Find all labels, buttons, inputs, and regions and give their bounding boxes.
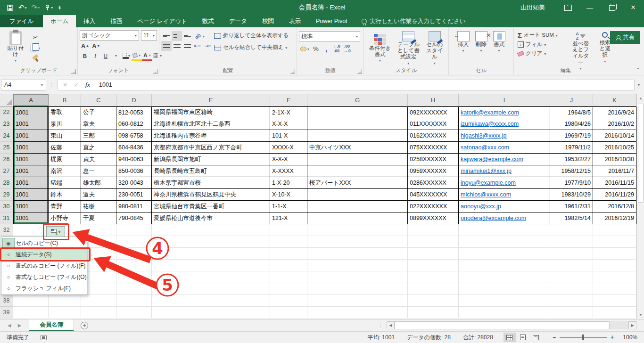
normal-view-icon[interactable] [504, 333, 516, 342]
cell-D25[interactable]: 604-8436 [116, 142, 152, 154]
cell-C38[interactable] [81, 295, 116, 307]
cell-E23[interactable]: 北海道札幌市北区北十二条西 [152, 118, 270, 130]
font-size-combo[interactable]: 11▾ [141, 30, 157, 41]
cell-H39[interactable] [408, 307, 459, 318]
cell-D32[interactable] [116, 224, 152, 236]
increase-decimal-icon[interactable]: ←.0.00 [331, 44, 342, 54]
cell-J31[interactable]: 1982/5/14 [550, 212, 593, 224]
minimize-button[interactable]: — [579, 0, 601, 15]
format-as-table-button[interactable]: テーブルとして書式設定 ▾ [394, 29, 422, 67]
ribbon-tab-3[interactable]: 描画 [103, 15, 130, 27]
wrap-text-button[interactable]: 折り返して全体を表示する [212, 31, 295, 40]
cell-J34[interactable] [550, 248, 593, 260]
cell-A22[interactable]: 1001 [13, 106, 49, 118]
cell-H37[interactable] [408, 283, 459, 295]
cell-G39[interactable] [307, 307, 408, 318]
scroll-right-icon[interactable]: ▶ [628, 321, 636, 329]
cell-D31[interactable]: 790-0845 [116, 212, 152, 224]
cell-E35[interactable] [152, 260, 270, 271]
cell-C28[interactable]: 雄太郎 [81, 177, 116, 189]
row-header-28[interactable]: 28 [0, 177, 13, 189]
cell-I38[interactable] [459, 295, 550, 307]
cell-G27[interactable] [307, 165, 408, 177]
grow-font-button[interactable]: A▲ [80, 41, 91, 51]
ribbon-tab-5[interactable]: 数式 [195, 15, 222, 27]
cell-D24[interactable]: 098-6758 [116, 130, 152, 142]
cell-G35[interactable] [307, 260, 408, 271]
cell-I28[interactable]: inoyu@example.com [459, 177, 550, 189]
align-right-icon[interactable] [182, 41, 192, 51]
cell-F32[interactable] [270, 224, 307, 236]
cell-C30[interactable]: 祐樹 [81, 201, 116, 212]
cell-G34[interactable] [307, 248, 408, 260]
scroll-up-icon[interactable]: ▲ [637, 94, 644, 102]
cell-H29[interactable]: 045XXXXXXX [408, 189, 459, 201]
number-format-combo[interactable]: 標準▾ [299, 31, 360, 41]
insert-function-icon[interactable]: fx [83, 82, 93, 89]
cell-H25[interactable]: 075XXXXXXX [408, 142, 459, 154]
fill-color-icon[interactable]: ▾ [132, 51, 142, 61]
scroll-down-icon[interactable]: ▼ [637, 311, 644, 319]
zoom-percentage[interactable]: 100% [618, 334, 637, 341]
ribbon-tab-file[interactable]: ファイル [0, 15, 43, 27]
cell-B22[interactable]: 香取 [49, 106, 81, 118]
column-header-J[interactable]: J [550, 94, 593, 106]
cell-E22[interactable]: 福岡県福岡市東区箱崎 [152, 106, 270, 118]
fill-button[interactable]: ↓ フィル▾ [516, 40, 567, 49]
zoom-slider-thumb[interactable] [582, 335, 584, 340]
clear-button[interactable]: クリア▾ [516, 49, 567, 58]
cell-F31[interactable]: 121-X [270, 212, 307, 224]
cell-G29[interactable] [307, 189, 408, 201]
cell-G23[interactable] [307, 118, 408, 130]
select-all-corner[interactable] [0, 94, 13, 106]
cancel-icon[interactable]: ✕ [60, 82, 70, 88]
cell-G28[interactable]: 桜アパートXXX [307, 177, 408, 189]
cell-D30[interactable]: 980-0811 [116, 201, 152, 212]
conditional-formatting-button[interactable]: 条件付き書式 ▾ [366, 32, 394, 65]
cell-J29[interactable]: 1983/10/29 [550, 189, 593, 201]
cell-C25[interactable]: 直之 [81, 142, 116, 154]
cell-A38[interactable] [13, 295, 49, 307]
cell-styles-button[interactable]: セルのスタイル ▾ [422, 29, 446, 67]
cell-F29[interactable]: X-10-X [270, 189, 307, 201]
share-button[interactable]: 共有 [610, 31, 640, 44]
cell-I33[interactable] [459, 236, 550, 248]
cell-F35[interactable] [270, 260, 307, 271]
ribbon-display-options-icon[interactable] [557, 0, 579, 15]
sheet-tab-active[interactable]: 会員名簿 [29, 319, 74, 331]
shrink-font-button[interactable]: A▼ [91, 41, 101, 51]
row-header-26[interactable]: 26 [0, 154, 13, 165]
ribbon-tab-4[interactable]: ページ レイアウト [130, 15, 195, 27]
row-header-30[interactable]: 30 [0, 201, 13, 212]
user-name[interactable]: 山田知美 [520, 3, 545, 12]
ribbon-tab-1[interactable]: ホーム [43, 15, 76, 27]
cell-H35[interactable] [408, 260, 459, 271]
column-header-B[interactable]: B [49, 94, 81, 106]
cell-K39[interactable] [593, 307, 636, 318]
cell-K37[interactable] [593, 283, 636, 295]
insert-cells-button[interactable]: ← 挿入 ▾ [454, 29, 472, 55]
cell-K30[interactable]: 2016/12/8 [593, 201, 636, 212]
font-dialog-launcher[interactable] [153, 69, 157, 74]
cell-C22[interactable]: 公子 [81, 106, 116, 118]
new-sheet-button[interactable]: + [74, 319, 95, 331]
cell-J23[interactable]: 1980/4/26 [550, 118, 593, 130]
number-dialog-launcher[interactable] [357, 69, 362, 74]
cell-B29[interactable]: 鈴木 [49, 189, 81, 201]
cell-D38[interactable] [116, 295, 152, 307]
fill-menu-item-0[interactable]: ◉セルのコピー(C) [1, 237, 87, 249]
cell-D23[interactable]: 060-0812 [116, 118, 152, 130]
cell-A39[interactable] [13, 307, 49, 318]
cell-J37[interactable] [550, 283, 593, 295]
row-header-27[interactable]: 27 [0, 165, 13, 177]
cell-K36[interactable] [593, 271, 636, 283]
borders-icon[interactable]: ▾ [121, 51, 132, 61]
name-box[interactable]: A4▾ [1, 80, 46, 90]
cell-B23[interactable]: 泉川 [49, 118, 81, 130]
format-cells-button[interactable]: 書式 ▾ [490, 29, 508, 55]
cell-J36[interactable] [550, 271, 593, 283]
cell-F33[interactable] [270, 236, 307, 248]
vertical-scrollbar[interactable]: ▲ ▼ [636, 94, 644, 319]
underline-dropdown[interactable]: ▾ [111, 51, 121, 61]
cell-H38[interactable] [408, 295, 459, 307]
